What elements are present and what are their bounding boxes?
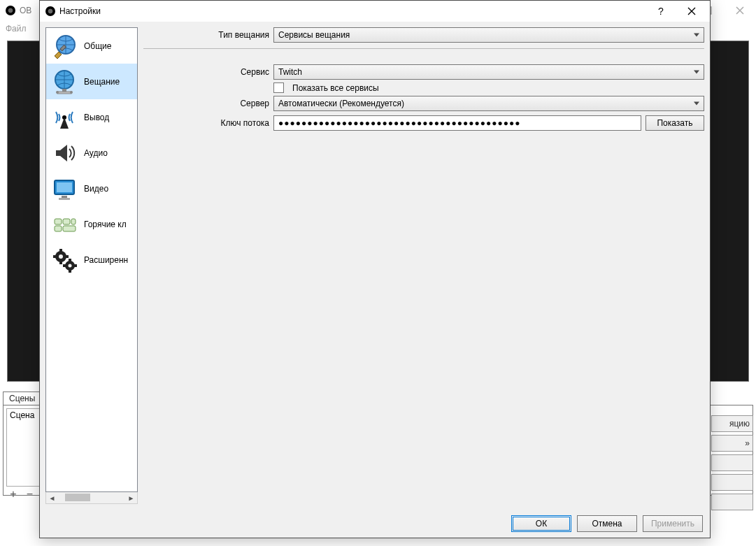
- svg-rect-20: [59, 249, 62, 252]
- category-audio[interactable]: Аудио: [46, 135, 137, 171]
- scroll-right-arrow-icon[interactable]: ►: [125, 492, 137, 503]
- service-label: Сервис: [143, 67, 273, 77]
- settings-dialog: Настройки ?: [39, 0, 711, 538]
- svg-rect-12: [59, 198, 70, 200]
- scene-add-button[interactable]: +: [6, 488, 20, 501]
- combo-value: Сервисы вещания: [278, 30, 350, 40]
- server-label: Сервер: [143, 99, 273, 108]
- category-list[interactable]: Общие Вещание: [45, 27, 138, 492]
- show-all-services-label[interactable]: Показать все сервисы: [292, 83, 379, 93]
- category-hotkeys[interactable]: Горячие кл: [46, 206, 137, 242]
- keyboard-icon: [49, 209, 80, 240]
- category-label: Горячие кл: [84, 220, 127, 229]
- svg-rect-11: [62, 196, 67, 198]
- category-label: Расширенн: [84, 255, 128, 265]
- gears-icon: [49, 245, 80, 275]
- svg-rect-17: [63, 226, 76, 231]
- antenna-icon: [49, 102, 80, 133]
- svg-rect-13: [55, 219, 62, 224]
- svg-point-25: [69, 264, 72, 267]
- settings-sidebar: Общие Вещание: [45, 27, 138, 504]
- cancel-button[interactable]: Отмена: [577, 515, 637, 532]
- category-label: Общие: [84, 41, 111, 51]
- category-stream[interactable]: Вещание: [46, 64, 137, 99]
- apply-button[interactable]: Применить: [643, 515, 703, 532]
- dialog-titlebar[interactable]: Настройки ?: [40, 1, 710, 22]
- svg-rect-23: [65, 255, 69, 258]
- speaker-icon: [49, 138, 80, 168]
- wrench-globe-icon: [49, 31, 80, 62]
- svg-rect-5: [57, 92, 71, 94]
- category-general[interactable]: Общие: [46, 28, 137, 64]
- obs-logo-icon: [6, 6, 15, 15]
- menu-file[interactable]: Файл: [6, 24, 27, 34]
- right-stub-button-3[interactable]: [711, 454, 753, 471]
- category-label: Видео: [84, 184, 108, 194]
- combo-value: Twitch: [278, 67, 302, 77]
- svg-rect-28: [63, 264, 66, 267]
- chevron-down-icon: [694, 102, 699, 106]
- right-stub-button-5[interactable]: [711, 494, 753, 510]
- monitor-icon: [49, 173, 80, 204]
- streamkey-label: Ключ потока: [143, 118, 273, 128]
- obs-logo-icon: [45, 6, 55, 16]
- globe-network-icon: [49, 66, 80, 97]
- svg-rect-29: [74, 264, 77, 267]
- category-output[interactable]: Вывод: [46, 99, 137, 135]
- close-icon: [687, 7, 696, 15]
- dialog-title: Настройки: [59, 6, 646, 16]
- scene-remove-button[interactable]: −: [22, 488, 36, 501]
- service-combo[interactable]: Twitch: [273, 64, 704, 80]
- chevron-down-icon: [694, 34, 699, 37]
- category-label: Вывод: [84, 113, 109, 122]
- dialog-footer: ОК Отмена Применить: [40, 510, 710, 538]
- server-combo[interactable]: Автоматически (Рекомендуется): [273, 96, 704, 111]
- dialog-help-button[interactable]: ?: [646, 1, 676, 22]
- scroll-thumb[interactable]: [65, 494, 90, 501]
- right-button-column: яцию »: [711, 415, 753, 513]
- right-stub-button-2[interactable]: »: [711, 435, 753, 452]
- svg-point-19: [59, 254, 63, 259]
- main-close-button[interactable]: [724, 0, 756, 21]
- svg-rect-27: [69, 270, 71, 273]
- svg-rect-16: [55, 226, 62, 231]
- svg-rect-14: [63, 219, 70, 224]
- combo-value: Автоматически (Рекомендуется): [278, 99, 404, 108]
- svg-point-7: [70, 91, 73, 94]
- category-advanced[interactable]: Расширенн: [46, 242, 137, 278]
- main-window-title: OB: [20, 6, 31, 15]
- svg-rect-21: [59, 261, 62, 264]
- category-label: Аудио: [84, 148, 108, 158]
- right-stub-button-1[interactable]: яцию: [711, 415, 753, 432]
- dialog-close-button[interactable]: [676, 1, 707, 22]
- category-label: Вещание: [84, 77, 120, 87]
- streamkey-input[interactable]: ●●●●●●●●●●●●●●●●●●●●●●●●●●●●●●●●●●●●●●●●…: [273, 115, 641, 131]
- svg-rect-4: [62, 89, 66, 92]
- svg-rect-22: [53, 255, 57, 258]
- stream-type-label: Тип вещания: [143, 30, 273, 40]
- settings-content: Тип вещания Сервисы вещания Сервис Twitc…: [143, 27, 704, 504]
- svg-point-6: [56, 91, 59, 94]
- right-stub-button-4[interactable]: [711, 474, 753, 491]
- chevron-down-icon: [694, 71, 699, 74]
- stream-type-combo[interactable]: Сервисы вещания: [273, 27, 704, 43]
- scroll-track[interactable]: [58, 492, 125, 503]
- svg-rect-26: [69, 259, 71, 261]
- sidebar-hscrollbar[interactable]: ◄ ►: [45, 492, 138, 504]
- streamkey-value: ●●●●●●●●●●●●●●●●●●●●●●●●●●●●●●●●●●●●●●●●…: [278, 118, 520, 128]
- show-key-button[interactable]: Показать: [646, 115, 704, 131]
- category-video[interactable]: Видео: [46, 171, 137, 206]
- scroll-left-arrow-icon[interactable]: ◄: [46, 492, 58, 503]
- scenes-panel-tab[interactable]: Сцены: [3, 391, 41, 405]
- show-all-services-checkbox[interactable]: [273, 82, 284, 93]
- svg-rect-10: [57, 182, 72, 192]
- ok-button[interactable]: ОК: [511, 515, 571, 532]
- svg-rect-15: [71, 219, 76, 224]
- separator: [143, 48, 704, 49]
